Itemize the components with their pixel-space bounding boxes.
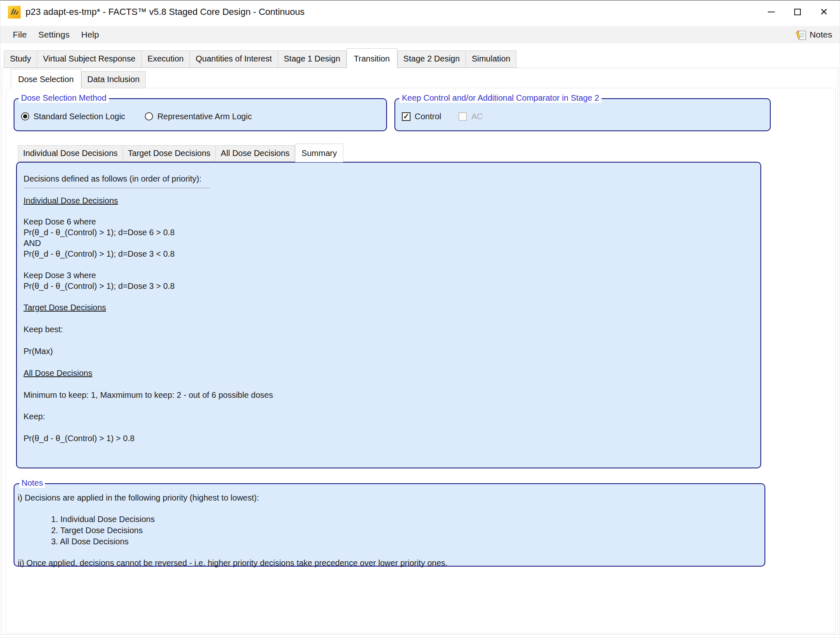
menu-file[interactable]: File [7,30,33,40]
tab-simulation[interactable]: Simulation [466,50,516,68]
notes-priority-item: 1. Individual Dose Decisions [51,514,756,525]
rule-line: Keep Dose 6 where [24,216,750,227]
option-groups-row: Dose Selection Method Standard Selection… [14,98,835,131]
notes-intro: i) Decisions are applied in the followin… [18,492,756,503]
sub-tab-bar: Dose Selection Data Inclusion [11,69,838,88]
target-dose-decisions-heading: Target Dose Decisions [24,302,750,313]
tab-virtual-subject-response[interactable]: Virtual Subject Response [37,50,142,68]
decision-tab-bar: Individual Dose Decisions Target Dose De… [18,144,835,162]
summary-intro-divider [24,188,210,188]
keep-control-group-title: Keep Control and/or Additional Comparato… [399,93,602,103]
radio-standard-selection-logic-label: Standard Selection Logic [33,112,125,121]
notes-priority-list: 1. Individual Dose Decisions 2. Target D… [51,514,756,547]
tab-execution[interactable]: Execution [142,50,190,68]
minimize-icon[interactable] [758,0,784,24]
all-keep-line: Keep: [24,411,750,422]
tab-all-dose-decisions[interactable]: All Dose Decisions [216,145,295,162]
all-dose-decisions-heading: All Dose Decisions [24,368,750,378]
dose-selection-page: Dose Selection Method Standard Selection… [6,88,835,633]
tab-stage-1-design[interactable]: Stage 1 Design [278,50,347,68]
menu-help[interactable]: Help [76,30,105,40]
dose-selection-method-options: Standard Selection Logic Representative … [14,99,386,130]
app-window: p23 adapt-es-tmp* - FACTS™ v5.8 Staged C… [0,0,840,638]
radio-representative-arm-logic[interactable]: Representative Arm Logic [145,112,252,121]
checkbox-ac-label: AC [471,112,483,121]
tab-quantities-of-interest[interactable]: Quantities of Interest [190,50,278,68]
summary-panel: Decisions defined as follows (in order o… [16,162,761,468]
close-icon[interactable]: ✕ [811,0,837,24]
keep-control-options: Control AC [395,99,770,130]
maximize-icon[interactable] [784,0,811,24]
rule-line: Pr(θ_d - θ_(Control) > 1); d=Dose 3 > 0.… [24,281,750,291]
checkbox-control-label: Control [415,112,441,121]
notes-priority-item: 3. All Dose Decisions [51,536,756,547]
radio-selected-icon[interactable] [21,112,29,121]
checkbox-disabled-icon [458,112,467,121]
radio-unselected-icon[interactable] [145,112,153,121]
notes-notepad-icon [796,29,807,40]
tab-transition[interactable]: Transition [347,48,397,68]
rule-line: Pr(θ_d - θ_(Control) > 1); d=Dose 3 < 0.… [24,248,750,259]
target-keep-best-line: Keep best: [24,324,750,335]
checkbox-checked-icon[interactable] [402,112,411,121]
rule-line: Pr(θ_d - θ_(Control) > 1); d=Dose 6 > 0.… [24,227,750,238]
rule-line: AND [24,238,750,248]
radio-representative-arm-logic-label: Representative Arm Logic [157,112,252,121]
tab-stage-2-design[interactable]: Stage 2 Design [397,50,466,68]
individual-rule-2: Keep Dose 3 where Pr(θ_d - θ_(Control) >… [24,270,750,291]
checkbox-control[interactable]: Control [402,112,441,121]
dose-selection-method-group: Dose Selection Method Standard Selection… [14,98,387,131]
window-controls: ✕ [758,0,837,24]
rule-line: Keep Dose 3 where [24,270,750,281]
checkbox-ac: AC [458,112,483,121]
target-criterion-line: Pr(Max) [24,346,750,357]
menu-bar: File Settings Help Notes [0,26,840,43]
radio-standard-selection-logic[interactable]: Standard Selection Logic [21,112,125,121]
all-minmax-line: Minimum to keep: 1, Maxmimum to keep: 2 … [24,390,750,400]
transition-page: Dose Selection Data Inclusion Dose Selec… [2,68,838,635]
notes-content: i) Decisions are applied in the followin… [14,484,764,568]
notes-group-title: Notes [19,478,45,488]
notes-button[interactable]: Notes [796,29,832,40]
notes-button-label: Notes [809,30,832,40]
notes-priority-item: 2. Target Dose Decisions [51,525,756,536]
keep-control-group: Keep Control and/or Additional Comparato… [394,98,771,131]
facts-app-icon [8,6,21,19]
window-title: p23 adapt-es-tmp* - FACTS™ v5.8 Staged C… [26,7,304,17]
summary-intro: Decisions defined as follows (in order o… [24,173,750,184]
individual-rule-1: Keep Dose 6 where Pr(θ_d - θ_(Control) >… [24,216,750,259]
tab-data-inclusion[interactable]: Data Inclusion [81,71,146,88]
tab-target-dose-decisions[interactable]: Target Dose Decisions [123,145,216,162]
tab-study[interactable]: Study [4,50,37,68]
individual-dose-decisions-heading: Individual Dose Decisions [24,195,750,206]
title-bar: p23 adapt-es-tmp* - FACTS™ v5.8 Staged C… [0,0,840,24]
tab-individual-dose-decisions[interactable]: Individual Dose Decisions [18,145,123,162]
notes-group: Notes i) Decisions are applied in the fo… [14,483,765,567]
dose-selection-method-group-title: Dose Selection Method [19,93,109,103]
summary-content: Decisions defined as follows (in order o… [17,163,760,444]
tab-summary[interactable]: Summary [295,144,344,162]
menu-settings[interactable]: Settings [33,30,76,40]
main-tab-bar: Study Virtual Subject Response Execution… [4,48,840,68]
tab-dose-selection[interactable]: Dose Selection [11,69,81,89]
all-criterion-line: Pr(θ_d - θ_(Control) > 1) > 0.8 [24,433,750,444]
notes-footer: ii) Once applied, decisions cannot be re… [18,558,756,568]
